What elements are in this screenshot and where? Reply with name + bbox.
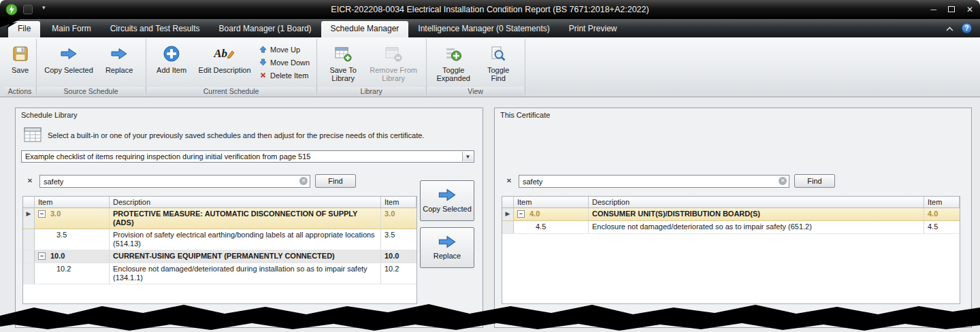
ribbon-group-source-schedule: Copy Selected Replace Source Schedule [37, 39, 146, 97]
delete-item-button[interactable]: Delete Item [259, 70, 310, 80]
toggle-expanded-button[interactable]: Toggle Expanded [431, 40, 476, 82]
save-button[interactable]: Save [8, 40, 32, 74]
library-grid-header: Item Description Item [23, 197, 416, 208]
schedule-select-value: Example checklist of items requiring ins… [25, 152, 310, 161]
ribbon-group-view: Toggle Expanded Toggle Find View [427, 39, 525, 97]
replace-transfer-button[interactable]: Replace [420, 227, 474, 268]
copy-selected-transfer-button[interactable]: Copy Selected [420, 180, 474, 221]
save-icon [12, 42, 29, 65]
column-header-description[interactable]: Description [110, 197, 381, 208]
move-down-button[interactable]: Move Down [259, 57, 310, 67]
schedule-library-intro-text: Select a built-in or one of your previou… [48, 131, 424, 139]
titlebar: ▾ EICR-202208-0034 Electrical Installati… [0, 0, 980, 19]
dropdown-arrow-icon[interactable]: ▼ [462, 152, 473, 161]
close-search-icon[interactable]: ✕ [504, 176, 514, 186]
save-to-library-icon [334, 42, 352, 65]
collapse-ribbon-icon[interactable] [946, 22, 953, 35]
collapse-icon[interactable]: − [517, 210, 525, 218]
item-description: Enclosure not damaged/deteriorated so as… [589, 221, 924, 233]
table-row-group[interactable]: ▶ −4.0 CONSUMER UNIT(S)/DISTRIBUTION BOA… [502, 208, 960, 221]
close-search-icon[interactable]: ✕ [25, 176, 35, 186]
copy-selected-button[interactable]: Copy Selected [41, 40, 97, 74]
toggle-find-button[interactable]: Toggle Find [476, 40, 521, 82]
library-search-input[interactable] [39, 175, 310, 188]
schedule-library-panel: Schedule Library Select a built-in or on… [15, 107, 483, 328]
tab-circuits-and-test-results[interactable]: Circuits and Test Results [101, 21, 210, 37]
tab-schedule-manager[interactable]: Schedule Manager [321, 21, 409, 37]
tab-board-manager[interactable]: Board Manager (1 Board) [210, 21, 321, 37]
collapse-icon[interactable]: − [38, 210, 46, 218]
row-indicator [23, 263, 35, 284]
table-row-group[interactable]: −10.0 CURRENT-USING EQUIPMENT (PERMANENT… [23, 250, 416, 263]
table-row-group[interactable]: ▶ −3.0 PROTECTIVE MEASURE: AUTOMATIC DIS… [23, 208, 416, 229]
toggle-find-icon [490, 42, 506, 65]
replace-arrow-icon [438, 235, 457, 248]
close-button[interactable]: ✕ [966, 5, 973, 14]
group-label-actions: Actions [5, 87, 35, 96]
library-grid: Item Description Item ▶ −3.0 PROTECTIVE … [22, 196, 417, 304]
save-to-library-button[interactable]: Save To Library [321, 40, 365, 82]
copy-selected-arrow-icon [438, 188, 457, 201]
schedule-select-dropdown[interactable]: Example checklist of items requiring ins… [21, 150, 474, 163]
item-description: PROTECTIVE MEASURE: AUTOMATIC DISCONNECT… [110, 208, 381, 229]
row-indicator: ▶ [502, 208, 514, 220]
column-header-item[interactable]: Item [514, 197, 589, 208]
remove-from-library-button[interactable]: Remove From Library [365, 40, 422, 82]
item-number-right: 4.0 [924, 208, 960, 220]
move-up-button[interactable]: Move Up [259, 44, 310, 54]
row-indicator [23, 229, 35, 250]
column-header-description[interactable]: Description [589, 197, 924, 208]
maximize-button[interactable] [948, 5, 955, 14]
certificate-search-input[interactable] [519, 175, 789, 188]
tab-main-form[interactable]: Main Form [42, 21, 100, 37]
collapse-icon[interactable]: − [38, 252, 46, 260]
remove-from-library-icon [385, 42, 402, 65]
item-number-right: 3.5 [381, 229, 416, 250]
tab-file[interactable]: File [8, 21, 40, 37]
certificate-grid-header: Item Description Item [502, 197, 960, 208]
library-find-button[interactable]: Find [315, 174, 356, 188]
ribbon-group-library: Save To Library Remove From Library [317, 39, 427, 97]
minimize-button[interactable]: ─ [930, 5, 936, 14]
move-down-icon [259, 59, 267, 66]
this-certificate-title: This Certificate [495, 108, 971, 120]
item-number: 3.5 [35, 229, 110, 250]
group-label-view: View [427, 87, 523, 96]
item-number: 4.0 [529, 210, 540, 218]
item-number: 10.2 [35, 263, 110, 284]
table-row[interactable]: 3.5 Provision of safety electrical earth… [23, 229, 416, 250]
table-row[interactable]: 4.5 Enclosure not damaged/deteriorated s… [502, 221, 960, 234]
group-label-current-schedule: Current Schedule [147, 87, 315, 96]
item-description: Enclosure not damaged/deteriorated durin… [110, 263, 381, 284]
replace-button[interactable]: Replace [97, 40, 142, 74]
edit-description-icon: Ab [214, 42, 235, 65]
tab-print-preview[interactable]: Print Preview [559, 21, 627, 37]
ribbon-tab-bar: File Main Form Circuits and Test Results… [0, 19, 980, 37]
certificate-find-button[interactable]: Find [794, 174, 835, 188]
tab-intelligence-manager[interactable]: Intelligence Manager (0 Statements) [408, 21, 559, 37]
clear-search-icon[interactable]: ✕ [779, 177, 787, 185]
help-icon[interactable]: ? [962, 23, 972, 33]
toggle-expanded-icon [445, 42, 461, 65]
item-number: 3.0 [50, 210, 61, 218]
edit-description-button[interactable]: Ab Edit Description [193, 40, 257, 74]
maximize-icon [948, 6, 955, 12]
window-title: EICR-202208-0034 Electrical Installation… [0, 0, 980, 19]
item-number-right: 10.2 [381, 263, 416, 284]
row-pointer-icon: ▶ [27, 210, 31, 217]
schedule-table-icon [24, 127, 42, 144]
clear-search-icon[interactable]: ✕ [299, 177, 308, 185]
column-header-item2[interactable]: Item [924, 197, 960, 208]
item-description: Provision of safety electrical earthing/… [110, 229, 381, 250]
item-description: CURRENT-USING EQUIPMENT (PERMANENTLY CON… [110, 250, 381, 263]
ribbon-group-current-schedule: Add Item Ab Edit Description Move Up [146, 39, 317, 97]
column-header-item[interactable]: Item [35, 197, 110, 208]
item-number-right: 4.5 [924, 221, 960, 233]
column-header-item2[interactable]: Item [381, 197, 416, 208]
add-item-button[interactable]: Add Item [150, 40, 193, 74]
row-pointer-icon: ▶ [506, 210, 510, 217]
this-certificate-panel: This Certificate ✕ ✕ Find Item Descripti… [494, 107, 972, 328]
table-row[interactable]: 10.2 Enclosure not damaged/deteriorated … [23, 263, 416, 284]
item-number: 4.5 [514, 221, 589, 233]
ribbon: Save Actions Copy Selected Replace Sourc… [0, 37, 980, 97]
